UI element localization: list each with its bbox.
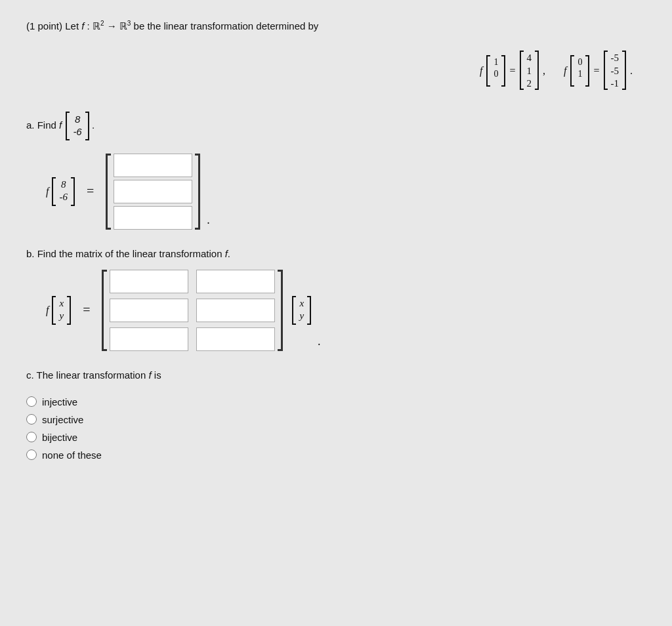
option-none[interactable]: none of these [26,449,646,461]
part-c-label: c. The linear transformation f is [26,369,646,381]
radio-bijective[interactable] [26,432,37,442]
part-a-inputs [114,154,192,230]
part-a-input-3[interactable] [114,206,192,230]
part-b-r1c2[interactable] [196,270,275,293]
part-b-r3c1[interactable] [110,327,188,351]
option-none-label: none of these [42,449,102,461]
page-title: (1 point) Let f : ℝ2 → ℝ3 be the linear … [26,20,646,32]
option-bijective-label: bijective [42,432,77,443]
formula1: f 10 = 4 1 2 , [480,51,545,92]
part-a-input-1[interactable] [114,154,192,177]
part-c-options: injective surjective bijective none of t… [26,396,646,461]
radio-surjective[interactable] [26,414,37,425]
part-a-input-2[interactable] [114,180,192,203]
radio-none[interactable] [26,449,37,460]
part-b-expr: f x y = [46,270,646,351]
part-b-r2c2[interactable] [196,299,275,322]
option-bijective[interactable]: bijective [26,432,646,443]
part-a-expr: f 8 -6 = . [46,154,646,230]
option-surjective-label: surjective [42,414,83,425]
part-b-r1c1[interactable] [110,270,188,293]
radio-injective[interactable] [26,396,37,407]
part-b-r3c2[interactable] [196,327,275,351]
formula2: f 01 = -5 -5 -1 . [564,51,633,92]
part-b-r2c1[interactable] [110,299,188,322]
header-formulas: f 10 = 4 1 2 , f 01 = -5 [26,51,646,92]
option-injective[interactable]: injective [26,396,646,407]
part-b-label: b. Find the matrix of the linear transfo… [26,248,646,259]
option-surjective[interactable]: surjective [26,414,646,425]
option-injective-label: injective [42,396,77,407]
part-b-matrix-inputs [110,270,275,351]
part-a-label: a. Find f 8 -6 . [26,112,646,140]
